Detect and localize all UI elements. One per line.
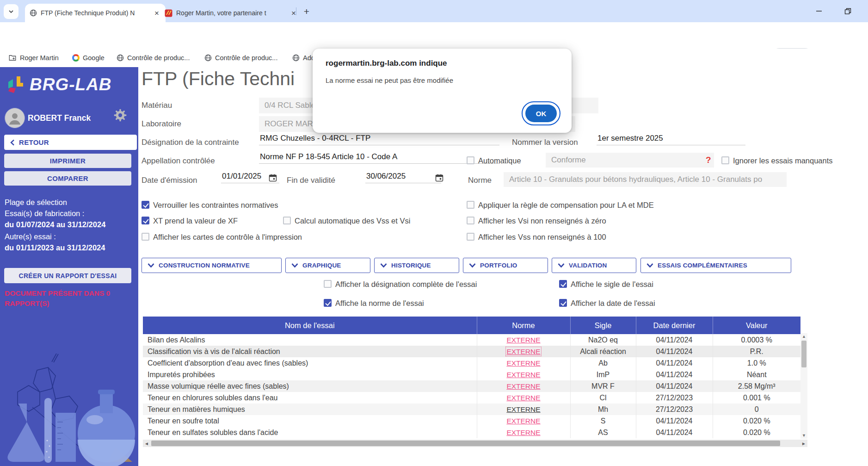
bookmark-google[interactable]: Google — [72, 49, 105, 67]
minimize-icon — [816, 8, 822, 14]
accordion-label: CONSTRUCTION NORMATIVE — [159, 262, 250, 269]
table-row[interactable]: Teneur en sulfates solubles dans l'acide… — [143, 427, 800, 438]
tab-ftp[interactable]: FTP (Fiche Technique Produit) N × — [25, 4, 166, 22]
table-row[interactable]: Teneur en matières humiques EXTERNE Mh 2… — [143, 404, 800, 415]
window-minimize-button[interactable] — [812, 6, 826, 17]
norme-externe-link[interactable]: EXTERNE — [506, 417, 540, 425]
norme-externe-link[interactable]: EXTERNE — [506, 382, 540, 390]
essai-name: Impuretés prohibées — [143, 369, 477, 380]
chevron-down-icon — [646, 263, 653, 268]
accordion-construction-normative[interactable]: CONSTRUCTION NORMATIVE — [142, 258, 282, 273]
designation-input[interactable] — [259, 134, 499, 145]
essai-valeur: P.R. — [713, 346, 800, 357]
norme-externe-link[interactable]: EXTERNE — [506, 348, 540, 355]
calendar-icon[interactable] — [268, 173, 277, 184]
table-row[interactable]: Classification vis à vis de l'alcali réa… — [143, 346, 800, 357]
brg-lab-logo-icon — [4, 73, 28, 97]
back-retour-button[interactable]: RETOUR — [4, 135, 137, 150]
checkbox-cartes-controle[interactable] — [142, 233, 149, 241]
accordion-graphique[interactable]: GRAPHIQUE — [285, 258, 370, 273]
affiche-norme-label: Affiche la norme de l'essai — [335, 299, 424, 308]
checkbox-designation-complete[interactable] — [324, 280, 332, 288]
ok-button[interactable]: OK — [525, 105, 557, 122]
checkbox-xt-xf[interactable] — [142, 217, 149, 224]
help-question-mark[interactable]: ? — [706, 155, 711, 165]
close-tab-icon[interactable]: × — [289, 9, 298, 18]
table-row[interactable]: Teneur en chlorures solubles dans l'eau … — [143, 392, 800, 404]
gear-icon[interactable] — [113, 108, 128, 124]
fabrication-label: Essai(s) de fabrication : — [5, 209, 84, 218]
norme-externe-link[interactable]: EXTERNE — [506, 394, 540, 402]
essai-date: 04/11/2024 — [636, 380, 713, 392]
essai-valeur: 1.0 % — [713, 357, 800, 369]
table-row[interactable]: Impuretés prohibées EXTERNE ImP 04/11/20… — [143, 369, 800, 380]
horizontal-scroll-thumb[interactable] — [151, 441, 780, 446]
table-header-row: Nom de l'essai Norme Sigle Date dernier … — [143, 317, 800, 334]
cartes-controle-label: Afficher les cartes de contrôle à l'impr… — [153, 233, 302, 242]
norme-externe-link[interactable]: EXTERNE — [506, 405, 540, 413]
table-row[interactable]: Masse volumique réelle avec fines (sable… — [143, 380, 800, 392]
window-restore-button[interactable] — [841, 6, 855, 17]
page-title: FTP (Fiche Techni — [142, 68, 295, 90]
checkbox-vss-100[interactable] — [467, 233, 474, 241]
accordion-validation[interactable]: VALIDATION — [552, 258, 636, 273]
bookmark-controle-1[interactable]: Contrôle de produc... — [117, 49, 190, 67]
print-button[interactable]: IMPRIMER — [4, 154, 131, 168]
checkbox-vsi-zero[interactable] — [467, 217, 474, 224]
new-tab-button[interactable]: + — [301, 6, 313, 18]
norme-externe-link[interactable]: EXTERNE — [506, 359, 540, 367]
norme-externe-link[interactable]: EXTERNE — [506, 371, 540, 379]
essai-date: 04/11/2024 — [636, 415, 713, 427]
vss-100-label: Afficher les Vss non renseignés à 100 — [478, 233, 606, 242]
essai-name: Coefficient d'absorption d'eau avec fine… — [143, 357, 477, 369]
checkbox-automatique[interactable] — [467, 156, 474, 164]
dialog-title: rogermartin.brg-lab.com indique — [326, 59, 447, 68]
checkbox-verrouiller[interactable] — [142, 201, 149, 209]
table-row[interactable]: Bilan des Alcalins EXTERNE Na2O eq 04/11… — [143, 334, 800, 346]
version-input[interactable] — [597, 134, 745, 145]
scroll-up-icon[interactable]: ▲ — [800, 333, 807, 340]
essai-sigle: S — [570, 415, 636, 427]
table-row[interactable]: Teneur en soufre total EXTERNE S 04/11/2… — [143, 415, 800, 427]
tab-title: FTP (Fiche Technique Produit) N — [41, 9, 149, 17]
checkbox-compensation[interactable] — [467, 201, 474, 209]
scroll-right-icon[interactable]: ► — [800, 440, 807, 447]
vertical-scroll-thumb[interactable] — [801, 341, 806, 367]
table-vertical-scrollbar[interactable]: ▲ ▼ — [800, 333, 807, 439]
create-report-button[interactable]: CRÉER UN RAPPORT D'ESSAI — [4, 268, 131, 283]
checkbox-affiche-date[interactable] — [559, 299, 567, 307]
checkbox-affiche-sigle[interactable] — [559, 280, 567, 288]
accordion-label: HISTORIQUE — [391, 262, 431, 269]
accordion-historique[interactable]: HISTORIQUE — [374, 258, 459, 273]
user-avatar — [5, 108, 25, 128]
bookmark-add[interactable]: Add — [292, 49, 315, 67]
norme-externe-link[interactable]: EXTERNE — [506, 429, 540, 436]
tab-search-button[interactable] — [4, 4, 18, 19]
automatique-label: Automatique — [478, 156, 521, 165]
table-row[interactable]: Coefficient d'absorption d'eau avec fine… — [143, 357, 800, 369]
essai-date: 04/11/2024 — [636, 357, 713, 369]
scroll-down-icon[interactable]: ▼ — [800, 432, 807, 439]
checkbox-calcul-vss-vsi[interactable] — [283, 217, 291, 224]
bookmark-controle-2[interactable]: Contrôle de produc... — [204, 49, 277, 67]
essai-date: 04/11/2024 — [636, 346, 713, 357]
accordion-essais-complementaires[interactable]: ESSAIS COMPLÉMENTAIRES — [640, 258, 791, 273]
checkbox-affiche-norme[interactable] — [324, 299, 332, 307]
chevron-down-icon — [558, 263, 565, 268]
tab-roger-martin[interactable]: Roger Martin, votre partenaire t × — [160, 4, 302, 22]
checkbox-ignorer-essais[interactable] — [721, 156, 729, 164]
chemistry-flasks-illustration — [0, 348, 138, 466]
accordion-portfolio[interactable]: PORTFOLIO — [463, 258, 548, 273]
scroll-left-icon[interactable]: ◄ — [143, 440, 150, 447]
table-horizontal-scrollbar[interactable]: ◄ ► — [143, 440, 807, 447]
appellation-label: Appellation contrôlée — [142, 156, 215, 166]
compare-button[interactable]: COMPARER — [4, 171, 131, 186]
essai-date: 27/12/2023 — [636, 392, 713, 404]
user-name: ROBERT Franck — [28, 113, 91, 123]
bookmark-roger-martin[interactable]: Roger Martin — [8, 49, 59, 67]
appellation-input[interactable] — [259, 152, 499, 164]
norme-externe-link[interactable]: EXTERNE — [506, 336, 540, 344]
fin-validite-input[interactable] — [365, 172, 441, 183]
col-norme: Norme — [477, 317, 570, 334]
calendar-icon[interactable] — [435, 173, 444, 184]
